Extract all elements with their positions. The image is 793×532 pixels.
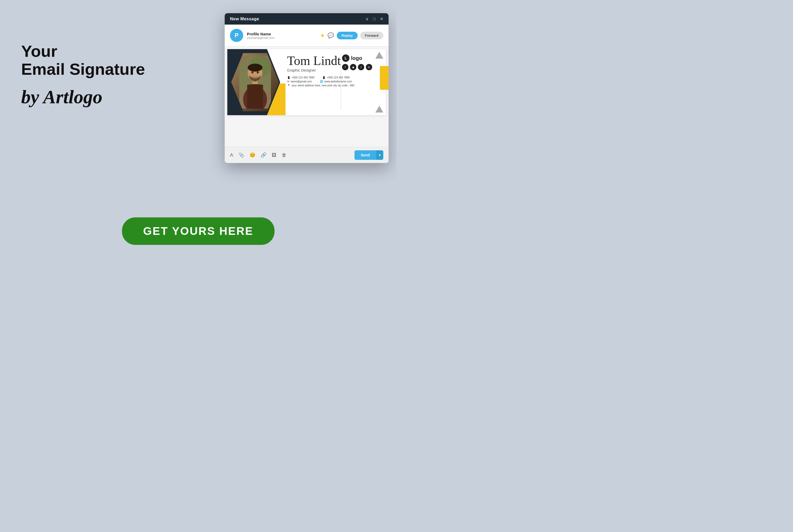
sig-website: 🌐 www.websitename.com (320, 80, 352, 83)
link-icon[interactable]: 🔗 (261, 152, 266, 158)
text-format-icon[interactable]: A (230, 152, 233, 158)
svg-point-4 (248, 64, 262, 72)
instagram-icon: ◉ (350, 64, 356, 70)
cta-button[interactable]: GET YOURS HERE (122, 217, 275, 245)
logo-icon: L (342, 54, 349, 62)
sig-contacts: 📱 +000 123 456 7890 📱 +000 123 456 7890 … (287, 76, 382, 87)
sig-contact-row-address: 📍 your street address here, new york cit… (287, 84, 382, 87)
email-titlebar: New Message ∨ □ ✕ (225, 13, 389, 24)
signature-card: Tom Lindt Graphic Designer 📱 +000 123 45… (227, 49, 386, 115)
svg-point-7 (252, 71, 254, 73)
sig-contact-row-phones: 📱 +000 123 456 7890 📱 +000 123 456 7890 (287, 76, 382, 79)
profile-area: P Profile Name yourname@mail.com (230, 29, 274, 42)
email-body: Tom Lindt Graphic Designer 📱 +000 123 45… (225, 46, 389, 147)
sig-logo-text: L logo (342, 54, 362, 62)
email-toolbar: A 📎 😊 🔗 🖼 🗑 Send ▾ (225, 147, 389, 163)
avatar: P (230, 29, 243, 42)
byline: by Artlogo (21, 86, 148, 108)
email-window: New Message ∨ □ ✕ P Profile Name yournam… (225, 13, 389, 163)
facebook-icon: f (342, 64, 348, 70)
profile-info: Profile Name yourname@mail.com (247, 32, 274, 39)
send-button[interactable]: Send (354, 150, 376, 160)
image-icon[interactable]: 🖼 (272, 152, 276, 158)
emoji-icon[interactable]: 😊 (250, 152, 255, 158)
svg-point-8 (257, 71, 259, 73)
replay-button[interactable]: Replay (337, 32, 358, 39)
sig-right-content: Tom Lindt Graphic Designer 📱 +000 123 45… (283, 49, 386, 115)
star-icon: ★ (320, 32, 325, 39)
sig-address: 📍 your street address here, new york cit… (287, 84, 354, 87)
toolbar-icons: A 📎 😊 🔗 🖼 🗑 (230, 152, 287, 158)
trash-icon[interactable]: 🗑 (282, 152, 287, 158)
left-section: Your Email Signature by Artlogo (21, 42, 148, 108)
headline-line2: Email Signature (21, 60, 145, 78)
profile-name: Profile Name (247, 32, 274, 36)
close-icon[interactable]: ✕ (380, 16, 383, 21)
minimize-icon[interactable]: ∨ (366, 16, 369, 21)
send-dropdown-button[interactable]: ▾ (376, 150, 383, 160)
sig-contact-row-email-web: ✉ name@gmail.com 🌐 www.websitename.com (287, 80, 382, 83)
linkedin-icon: in (366, 64, 372, 70)
email-actions: ★ 💬 Replay Forward (320, 32, 383, 39)
sig-phone1: 📱 +000 123 456 7890 (287, 76, 314, 79)
email-window-title: New Message (230, 17, 259, 21)
forward-button[interactable]: Forward (360, 32, 383, 39)
twitter-icon: t (358, 64, 364, 70)
send-group: Send ▾ (354, 150, 383, 160)
sig-logo-area: L logo f ◉ t in (342, 54, 382, 70)
headline-line1: Your (21, 42, 57, 60)
headline: Your Email Signature (21, 42, 148, 78)
sig-email: ✉ name@gmail.com (287, 80, 312, 83)
attachment-icon[interactable]: 📎 (238, 152, 244, 158)
profile-email: yourname@mail.com (247, 36, 274, 39)
chat-icon: 💬 (328, 32, 334, 39)
triangle-bottom-right-icon (375, 106, 383, 113)
sig-phone2: 📱 +000 123 456 7890 (322, 76, 349, 79)
maximize-icon[interactable]: □ (373, 17, 375, 21)
titlebar-controls: ∨ □ ✕ (366, 16, 383, 21)
yellow-side-tab (380, 66, 389, 90)
sig-social-icons: f ◉ t in (342, 64, 372, 70)
email-header: P Profile Name yourname@mail.com ★ 💬 Rep… (225, 24, 389, 46)
